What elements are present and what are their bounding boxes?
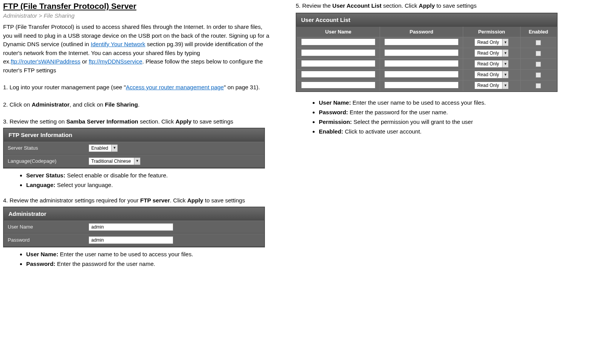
dropdown-value: Enabled	[89, 145, 111, 152]
label: Password	[8, 237, 89, 243]
chevron-down-icon: ▼	[502, 71, 508, 78]
label: User Name	[8, 224, 89, 230]
cell-enabled	[520, 37, 557, 48]
administrator-panel: Administrator User Name admin Password a…	[3, 207, 265, 247]
dropdown-value: Read Only	[475, 82, 502, 89]
step-text: " on page 31).	[224, 84, 260, 90]
step-5: 5. Review the User Account List section.…	[296, 2, 558, 10]
password-input[interactable]	[384, 60, 459, 67]
password-input[interactable]	[384, 71, 459, 78]
row-language: Language(Codepage) Traditional Chinese ▼	[4, 155, 264, 168]
username-input[interactable]	[301, 38, 375, 45]
table-row: Read Only▼	[297, 80, 557, 91]
password-input[interactable]	[384, 82, 459, 88]
password-input[interactable]: admin	[89, 236, 173, 244]
panel-title: User Account List	[296, 13, 557, 27]
step-text: to save settings	[203, 197, 245, 204]
page-title: FTP (File Transfer Protocol) Server	[3, 2, 273, 11]
dropdown-value: Read Only	[475, 50, 502, 57]
username-input[interactable]: admin	[89, 223, 173, 231]
password-input[interactable]	[384, 49, 459, 56]
cell-password	[380, 48, 463, 58]
cell-permission: Read Only▼	[463, 37, 521, 48]
enabled-checkbox[interactable]	[536, 51, 541, 56]
step-2: 2. Click on Administrator, and click on …	[3, 100, 273, 109]
language-dropdown[interactable]: Traditional Chinese ▼	[89, 157, 141, 165]
text: Select your language.	[55, 182, 113, 188]
user-account-table: User Name Password Permission Enabled Re…	[296, 27, 557, 91]
list-item: Language: Select your language.	[26, 180, 273, 189]
bold: Permission:	[319, 119, 352, 125]
cell-password	[380, 80, 463, 91]
table-row: Read Only▼	[297, 58, 557, 69]
text: Select enable or disable for the feature…	[65, 172, 168, 179]
username-input[interactable]	[301, 60, 375, 67]
enabled-checkbox[interactable]	[536, 83, 541, 88]
bold: Samba Server Information	[66, 118, 138, 125]
step-text: to save settings	[191, 118, 233, 125]
chevron-down-icon: ▼	[502, 50, 508, 57]
cell-username	[297, 37, 380, 48]
label: Language(Codepage)	[8, 158, 89, 164]
col-header-enabled: Enabled	[520, 27, 557, 37]
cell-permission: Read Only▼	[463, 58, 521, 69]
step-text: . Click	[170, 197, 187, 204]
text: Select the permission you will grant to …	[352, 119, 473, 125]
step-text: 2. Click on	[3, 101, 32, 108]
list-item: Enabled: Click to activate user account.	[319, 127, 558, 136]
cell-password	[380, 37, 463, 48]
cell-username	[297, 69, 380, 80]
bold: Enabled:	[319, 128, 343, 135]
cell-permission: Read Only▼	[463, 69, 521, 80]
list-item: Permission: Select the permission you wi…	[319, 117, 558, 126]
col-header-password: Password	[380, 27, 463, 37]
list-item: Password: Enter the password for the use…	[26, 259, 273, 268]
permission-dropdown[interactable]: Read Only▼	[474, 49, 509, 57]
table-row: Read Only▼	[297, 37, 557, 48]
intro-text: or	[80, 58, 89, 65]
username-input[interactable]	[301, 82, 375, 88]
table-row: Read Only▼	[297, 69, 557, 80]
bold: Apply	[176, 118, 192, 125]
step-text: 5. Review the	[296, 2, 332, 9]
left-column: FTP (File Transfer Protocol) Server Admi…	[3, 2, 273, 269]
list-item: Server Status: Select enable or disable …	[26, 171, 273, 180]
step-text: 1. Log into your router management page …	[3, 84, 126, 90]
permission-dropdown[interactable]: Read Only▼	[474, 38, 509, 46]
enabled-checkbox[interactable]	[536, 62, 541, 67]
list-item: User Name: Enter the user name to be use…	[26, 250, 273, 259]
user-account-list-panel: User Account List User Name Password Per…	[296, 13, 558, 92]
link-ftp-ddns[interactable]: ftp://myDDNSservice	[89, 58, 142, 65]
table-row: Read Only▼	[297, 48, 557, 58]
text: Click to activate user account.	[343, 128, 421, 135]
cell-permission: Read Only▼	[463, 80, 521, 91]
bold: Password:	[26, 260, 55, 267]
password-input[interactable]	[384, 38, 459, 45]
enabled-checkbox[interactable]	[536, 72, 541, 78]
bold: Administrator	[32, 101, 69, 108]
permission-dropdown[interactable]: Read Only▼	[474, 82, 509, 89]
username-input[interactable]	[301, 71, 375, 78]
list-item: Password: Enter the password for the use…	[319, 108, 558, 117]
bold: Password:	[319, 109, 348, 115]
enabled-checkbox[interactable]	[536, 40, 541, 45]
link-ftp-wan[interactable]: ftp://router'sWANIPaddress	[11, 58, 80, 65]
step-text: section. Click	[138, 118, 176, 125]
row-server-status: Server Status Enabled ▼	[4, 142, 264, 155]
permission-dropdown[interactable]: Read Only▼	[474, 71, 509, 78]
cell-enabled	[520, 48, 557, 58]
cell-enabled	[520, 80, 557, 91]
label: Server Status	[8, 145, 89, 151]
dropdown-value: Read Only	[475, 39, 502, 46]
text: Enter the user name to be used to access…	[351, 99, 486, 106]
permission-dropdown[interactable]: Read Only▼	[474, 60, 509, 68]
col-header-username: User Name	[297, 27, 380, 37]
row-password: Password admin	[4, 234, 264, 247]
link-access-router[interactable]: Access your router management page	[126, 84, 224, 90]
link-identify-network[interactable]: Identify Your Network	[91, 41, 146, 47]
dropdown-value: Traditional Chinese	[89, 158, 134, 165]
username-input[interactable]	[301, 49, 375, 56]
intro-paragraph: FTP (File Transfer Protocol) is used to …	[3, 23, 273, 75]
server-status-dropdown[interactable]: Enabled ▼	[89, 144, 118, 152]
bold: User Account List	[332, 2, 382, 9]
